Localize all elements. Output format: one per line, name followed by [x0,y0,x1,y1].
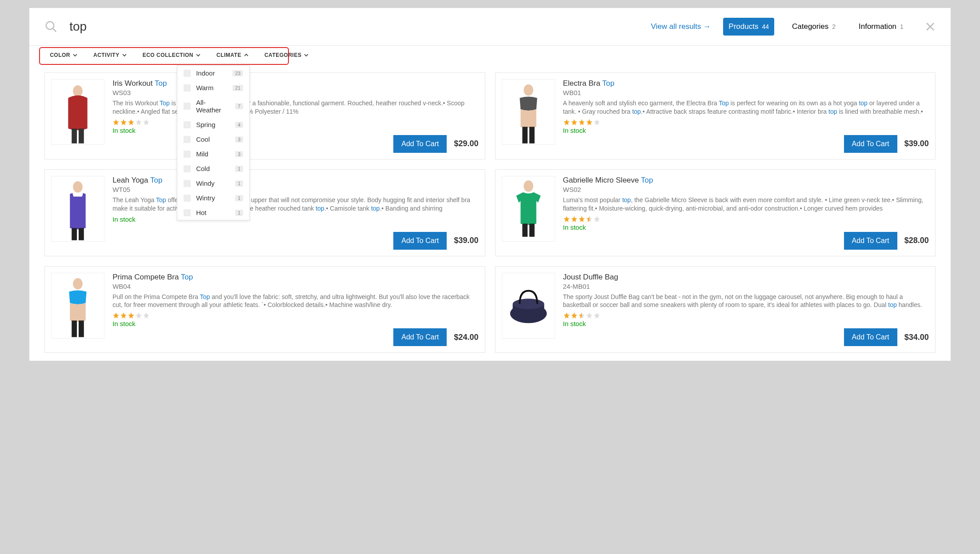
product-title[interactable]: Leah Yoga Top [112,176,478,185]
checkbox[interactable] [184,136,191,143]
product-title[interactable]: Joust Duffle Bag [563,273,929,282]
svg-rect-23 [79,320,84,337]
filter-label: ECO COLLECTION [143,52,193,58]
product-card: Electra Bra TopWB01A heavenly soft and s… [495,72,936,159]
add-to-cart-button[interactable]: Add To Cart [844,135,897,153]
product-description: Luma's most popular top, the Gabrielle M… [563,196,929,213]
star-empty-icon [143,119,150,126]
view-all-link[interactable]: View all results → [651,22,711,31]
checkbox[interactable] [184,165,191,172]
filter-activity[interactable]: ACTIVITY [85,46,135,64]
climate-option-indoor[interactable]: Indoor23 [177,66,249,80]
close-icon[interactable] [925,21,936,32]
product-thumbnail[interactable] [51,273,104,339]
filter-eco-collection[interactable]: ECO COLLECTION [135,46,208,64]
product-thumbnail[interactable] [502,176,555,242]
rating-stars [112,312,478,319]
climate-option-warm[interactable]: Warm21 [177,80,249,95]
product-title[interactable]: Electra Bra Top [563,79,929,88]
option-label: Windy [196,179,230,187]
filter-color[interactable]: COLOR [42,46,85,64]
climate-option-spring[interactable]: Spring4 [177,117,249,132]
product-description: A heavenly soft and stylish eco garment,… [563,99,929,116]
climate-dropdown: Indoor23Warm21All-Weather7Spring4Cool3Mi… [177,65,250,220]
option-count: 3 [235,136,243,143]
highlight: top [316,205,324,212]
tab-label: Categories [792,22,828,31]
product-sku: WB01 [563,89,929,96]
filter-label: CLIMATE [216,52,241,58]
product-sku: WB04 [112,283,478,290]
add-to-cart-button[interactable]: Add To Cart [393,135,447,153]
checkbox[interactable] [184,84,191,92]
climate-option-hot[interactable]: Hot1 [177,205,249,220]
svg-point-27 [512,299,544,309]
filter-categories[interactable]: CATEGORIES [256,46,316,64]
checkbox[interactable] [184,180,191,187]
star-full-icon [578,215,585,223]
checkbox[interactable] [184,103,191,110]
option-label: Cold [196,165,230,172]
star-full-icon [571,119,578,126]
modal-header: View all results → Products 44 Categorie… [29,8,951,46]
filter-climate[interactable]: CLIMATE [208,46,256,64]
product-title[interactable]: Iris Workout Top [112,79,478,88]
svg-rect-10 [522,127,528,143]
add-to-cart-button[interactable]: Add To Cart [393,232,447,250]
tab-categories[interactable]: Categories 2 [787,18,841,36]
product-thumbnail[interactable] [51,176,104,242]
product-price: $34.00 [904,333,929,342]
option-count: 3 [235,151,243,157]
climate-option-cold[interactable]: Cold1 [177,161,249,176]
highlight: top [859,100,867,107]
option-label: All-Weather [196,99,230,114]
product-price: $39.00 [454,236,478,245]
svg-point-9 [524,84,533,96]
star-full-icon [586,119,593,126]
star-empty-icon [593,215,600,223]
svg-point-13 [73,181,83,193]
chevron-down-icon [304,53,308,57]
star-full-icon [128,312,135,319]
product-card: Iris Workout TopWS03The Iris Workout Top… [44,72,485,159]
climate-option-all-weather[interactable]: All-Weather7 [177,95,249,117]
search-input[interactable] [69,20,651,34]
checkbox[interactable] [184,70,191,77]
stock-status: In stock [112,320,478,327]
checkbox[interactable] [184,195,191,202]
climate-option-cool[interactable]: Cool3 [177,132,249,147]
checkbox[interactable] [184,121,191,128]
star-full-icon [563,119,570,126]
stock-status: In stock [563,223,929,231]
tab-products[interactable]: Products 44 [723,18,774,36]
add-to-cart-button[interactable]: Add To Cart [393,328,447,346]
header-right: View all results → Products 44 Categorie… [651,18,936,36]
svg-rect-18 [522,223,528,237]
rating-stars [563,312,929,319]
stock-status: In stock [112,127,478,134]
checkbox[interactable] [184,151,191,158]
climate-option-windy[interactable]: Windy1 [177,176,249,191]
checkbox[interactable] [184,209,191,216]
product-card: Prima Compete Bra TopWB04Pull on the Pri… [44,266,485,353]
product-title[interactable]: Gabrielle Micro Sleeve Top [563,176,929,185]
add-to-cart-button[interactable]: Add To Cart [844,328,897,346]
star-half-icon [578,312,585,319]
chevron-up-icon [244,53,248,57]
product-description: The Leah Yoga Top offers a practical, co… [112,196,478,213]
product-thumbnail[interactable] [502,273,555,339]
add-to-cart-button[interactable]: Add To Cart [844,232,897,250]
climate-option-wintry[interactable]: Wintry1 [177,191,249,205]
tab-information[interactable]: Information 1 [853,18,909,36]
option-count: 1 [235,166,243,172]
product-thumbnail[interactable] [51,79,104,145]
product-thumbnail[interactable] [502,79,555,145]
tab-label: Products [728,22,758,31]
card-footer: Add To Cart$24.00 [112,328,478,346]
svg-point-5 [73,85,83,97]
product-title[interactable]: Prima Compete Bra Top [112,273,478,282]
svg-point-21 [73,278,83,290]
climate-option-mild[interactable]: Mild3 [177,147,249,161]
svg-rect-6 [72,128,77,143]
card-footer: Add To Cart$39.00 [563,135,929,153]
